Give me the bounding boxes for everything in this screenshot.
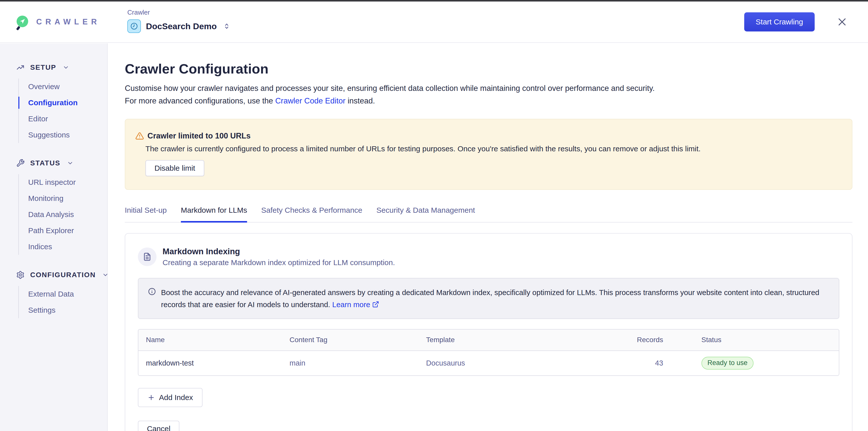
sidebar-item-data-analysis[interactable]: Data Analysis — [28, 206, 107, 223]
sidebar-section-configuration-header[interactable]: CONFIGURATION — [16, 269, 107, 281]
sidebar-item-overview[interactable]: Overview — [28, 79, 107, 95]
url-limit-warning-banner: Crawler limited to 100 URLs The crawler … — [125, 119, 852, 190]
markdown-indexing-card: Markdown Indexing Creating a separate Ma… — [125, 233, 852, 431]
cell-status: Ready to use — [671, 351, 839, 375]
sidebar-section-configuration: CONFIGURATION External Data Settings — [16, 269, 107, 318]
tab-initial-set-up[interactable]: Initial Set-up — [125, 206, 167, 222]
warning-body: The crawler is currently configured to p… — [146, 144, 838, 153]
column-name: Name — [138, 329, 282, 351]
trending-up-icon — [16, 63, 25, 72]
markdown-info-box: Boost the accuracy and relevance of AI-g… — [138, 278, 839, 319]
sidebar: SETUP Overview Configuration Editor Sugg… — [0, 43, 108, 431]
cell-records: 43 — [587, 351, 671, 375]
table-header-row: Name Content Tag Template Records Status — [138, 329, 839, 351]
cell-template: Docusaurus — [418, 351, 587, 375]
card-subtitle: Creating a separate Markdown index optim… — [162, 258, 395, 267]
page-title: Crawler Configuration — [125, 61, 852, 77]
external-link-icon — [372, 301, 379, 308]
sidebar-section-status-header[interactable]: STATUS — [16, 157, 107, 169]
plus-icon — [148, 394, 155, 401]
sidebar-item-monitoring[interactable]: Monitoring — [28, 190, 107, 206]
crawler-selector[interactable]: Crawler DocSearch Demo — [127, 8, 230, 33]
cell-name: markdown-test — [138, 351, 282, 375]
sidebar-section-setup: SETUP Overview Configuration Editor Sugg… — [16, 62, 107, 143]
table-row[interactable]: markdown-test main Docusaurus 43 Ready t… — [138, 351, 839, 375]
sidebar-item-indices[interactable]: Indices — [28, 239, 107, 255]
sidebar-item-url-inspector[interactable]: URL inspector — [28, 174, 107, 190]
sidebar-section-setup-header[interactable]: SETUP — [16, 62, 107, 73]
indexes-table: Name Content Tag Template Records Status… — [138, 329, 839, 376]
file-text-icon — [138, 248, 156, 266]
config-tabs: Initial Set-up Markdown for LLMs Safety … — [125, 206, 852, 223]
clock-icon — [127, 19, 141, 33]
page-description-line2: For more advanced configurations, use th… — [125, 95, 852, 107]
status-badge: Ready to use — [702, 357, 753, 370]
chevron-down-icon — [102, 271, 109, 278]
crawler-selector-label: Crawler — [127, 8, 230, 17]
chevron-down-icon — [63, 64, 69, 71]
close-icon[interactable] — [837, 17, 847, 27]
crawler-app: CRAWLER Crawler DocSearch Demo Start Cra… — [0, 0, 868, 431]
sidebar-item-editor[interactable]: Editor — [28, 111, 107, 127]
sidebar-item-settings[interactable]: Settings — [28, 302, 107, 318]
main-content: Crawler Configuration Customise how your… — [108, 43, 868, 431]
logo-navigation-icon — [17, 16, 29, 28]
learn-more-link[interactable]: Learn more — [332, 300, 370, 309]
column-template: Template — [418, 329, 587, 351]
app-logo: CRAWLER — [17, 16, 100, 28]
crawler-selector-value: DocSearch Demo — [146, 21, 217, 31]
sidebar-item-configuration[interactable]: Configuration — [28, 95, 107, 111]
add-index-button[interactable]: Add Index — [138, 388, 203, 407]
logo-text: CRAWLER — [36, 18, 100, 26]
card-title: Markdown Indexing — [162, 247, 395, 256]
top-header: CRAWLER Crawler DocSearch Demo Start Cra… — [0, 1, 868, 43]
column-content-tag: Content Tag — [282, 329, 418, 351]
gear-icon — [16, 270, 25, 279]
chevron-down-icon — [67, 160, 73, 166]
chevrons-up-down-icon — [223, 22, 230, 30]
page-description-line1: Customise how your crawler navigates and… — [125, 82, 852, 95]
wrench-icon — [16, 159, 25, 167]
disable-limit-button[interactable]: Disable limit — [146, 160, 204, 176]
info-circle-icon — [148, 287, 156, 310]
sidebar-section-status: STATUS URL inspector Monitoring Data Ana… — [16, 157, 107, 255]
start-crawling-button[interactable]: Start Crawling — [744, 12, 815, 31]
column-records: Records — [587, 329, 671, 351]
tab-security-data-management[interactable]: Security & Data Management — [376, 206, 475, 222]
tab-safety-checks-performance[interactable]: Safety Checks & Performance — [261, 206, 362, 222]
cancel-button[interactable]: Cancel — [138, 421, 179, 431]
warning-title: Crawler limited to 100 URLs — [148, 132, 251, 141]
tab-markdown-for-llms[interactable]: Markdown for LLMs — [181, 206, 247, 222]
crawler-code-editor-link[interactable]: Crawler Code Editor — [275, 96, 345, 105]
info-text: Boost the accuracy and relevance of AI-g… — [161, 287, 829, 310]
sidebar-item-path-explorer[interactable]: Path Explorer — [28, 223, 107, 239]
warning-triangle-icon — [135, 132, 144, 140]
sidebar-item-external-data[interactable]: External Data — [28, 286, 107, 302]
cell-content-tag: main — [282, 351, 418, 375]
column-status: Status — [671, 329, 839, 351]
sidebar-item-suggestions[interactable]: Suggestions — [28, 127, 107, 143]
page-description: Customise how your crawler navigates and… — [125, 82, 852, 107]
